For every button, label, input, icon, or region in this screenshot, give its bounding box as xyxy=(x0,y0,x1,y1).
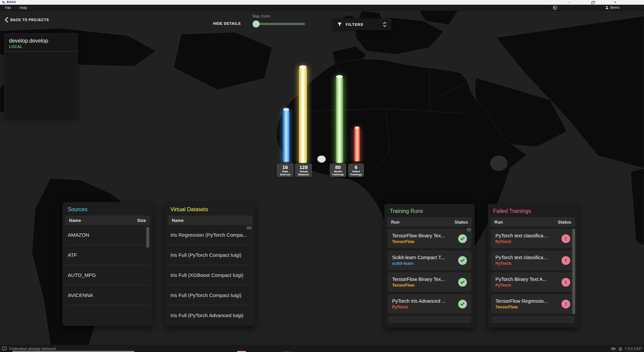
stat-value: 80 xyxy=(330,165,346,170)
training-run-row[interactable]: TensorFlow Binary Tex... TensorFlow xyxy=(388,229,471,248)
source-row-partial xyxy=(65,305,150,323)
training-run-row[interactable]: Scikit-learn Compact T... scikit-learn xyxy=(388,251,471,270)
run-framework: PyTorch xyxy=(495,239,561,244)
failed-trainings-panel: Failed Trainings Run Status PyTorch text… xyxy=(488,204,578,328)
chevron-left-icon xyxy=(5,17,8,22)
bug-icon[interactable] xyxy=(619,347,622,351)
sources-title: Sources xyxy=(62,202,153,216)
failed-training-row[interactable]: PyTorch Binary Text A... PyTorch ! xyxy=(491,273,575,292)
menu-file[interactable]: File xyxy=(3,5,13,10)
svg-text:!: ! xyxy=(4,347,5,349)
hide-details-button[interactable]: HIDE DETAILS xyxy=(213,21,241,25)
dataset-row[interactable]: Iris Full (PyTorch Compact luigi) xyxy=(168,285,253,305)
run-framework: TensorFlow xyxy=(392,239,458,244)
status-failed-icon: ! xyxy=(561,234,570,243)
column-size: Size xyxy=(137,218,146,223)
restore-button[interactable] xyxy=(587,0,597,5)
run-framework: scikit-learn xyxy=(392,261,458,266)
run-name: PyTorch Iris Advanced ... xyxy=(392,298,458,304)
dataset-row[interactable]: Iris Regression (PyTorch Compa... xyxy=(168,225,253,245)
stat-label: Virtual xyxy=(296,170,312,173)
map-zoom-slider-thumb[interactable] xyxy=(253,20,260,27)
status-success-icon xyxy=(458,300,467,308)
bar-data-sources xyxy=(283,109,289,162)
stat-badge-data-sources: 16 Data Sources xyxy=(277,164,293,177)
source-name: AMAZON xyxy=(68,232,135,238)
stat-badge-model-trainings: 80 Model Trainings xyxy=(330,164,346,177)
status-failed-icon: ! xyxy=(561,300,570,308)
app-logo-icon xyxy=(2,1,5,4)
column-name: Name xyxy=(69,218,81,223)
virtual-datasets-column-header: Name xyxy=(168,216,253,225)
menu-bar: File Help demo xyxy=(0,5,644,11)
dataset-name: Iris Regression (PyTorch Compa... xyxy=(170,232,251,238)
run-name: TensorFlow Binary Tex... xyxy=(392,277,458,282)
training-run-row[interactable]: TensorFlow Binary Tex... TensorFlow xyxy=(388,273,471,292)
virtual-datasets-list: Iris Regression (PyTorch Compa... Iris F… xyxy=(168,225,253,323)
run-framework: TensorFlow xyxy=(392,283,458,288)
stat-label: Trainings xyxy=(348,173,364,176)
sources-panel: Sources Name Size AMAZON ATF AUTO_MPG xyxy=(62,202,153,326)
bar-model-trainings xyxy=(336,76,343,163)
filters-dropdown[interactable]: FILTERS xyxy=(333,18,391,30)
training-run-row[interactable]: PyTorch Iris Advanced ... PyTorch xyxy=(388,294,471,313)
window-title: BOSS xyxy=(7,0,16,4)
status-message: Federation already retrieved xyxy=(9,347,56,351)
stat-label: Data xyxy=(277,170,293,173)
source-row[interactable]: AUTO_MPG xyxy=(65,265,150,285)
dataset-name: Iris Full (PyTorch Compact luigi) xyxy=(170,292,251,298)
training-runs-column-header: Run Status xyxy=(387,217,472,227)
failed-trainings-list: PyTorch text classifica... PyTorch ! PyT… xyxy=(490,227,575,325)
source-name: AVICENNA xyxy=(68,292,135,298)
source-name: AUTO_MPG xyxy=(68,272,135,278)
app-window: BOSS – ✕ File Help demo xyxy=(0,0,644,352)
dataset-row[interactable]: Iris Full (XGBoost Compact luigi) xyxy=(168,265,253,285)
eye-icon[interactable] xyxy=(610,347,616,351)
dataset-row[interactable]: Iris Full (PyTorch Advanced luigi) xyxy=(168,305,253,323)
menu-help[interactable]: Help xyxy=(17,5,29,10)
close-button[interactable]: ✕ xyxy=(610,0,620,5)
run-name: Scikit-learn Compact T... xyxy=(392,255,458,260)
stat-label: Model xyxy=(330,170,346,173)
stat-value: 16 xyxy=(277,165,293,170)
sources-list: AMAZON ATF AUTO_MPG AVICENNA xyxy=(65,225,150,323)
minimize-button[interactable]: – xyxy=(564,0,574,5)
column-run: Run xyxy=(391,220,399,225)
failed-training-row[interactable]: PyTorch text classifica... PyTorch ! xyxy=(491,229,575,248)
dataset-row[interactable]: Iris Full (PyTorch Compact luigi) xyxy=(168,245,253,265)
column-name: Name xyxy=(172,218,183,223)
stat-value: 6 xyxy=(348,165,364,170)
training-runs-title: Training Runs xyxy=(384,204,475,217)
map-location-marker xyxy=(317,156,326,163)
bar-virtual-datasets xyxy=(299,66,307,163)
run-name: TensorFlow Binary Tex... xyxy=(392,233,458,238)
map-zoom-slider-track[interactable] xyxy=(253,23,305,25)
source-row[interactable]: ATF xyxy=(65,245,150,265)
project-card[interactable]: develop.develop LOCAL xyxy=(4,34,78,117)
failed-trainings-column-header: Run Status xyxy=(490,217,575,227)
back-to-projects-button[interactable]: BACK TO PROJECTS xyxy=(5,17,49,22)
run-name: PyTorch text classifica... xyxy=(495,233,561,238)
scrollbar-thumb[interactable] xyxy=(572,229,575,314)
run-framework: TensorFlow xyxy=(495,305,561,309)
map-zoom-label: Map Zoom xyxy=(253,14,270,18)
stat-value: 128 xyxy=(296,165,312,170)
source-row[interactable]: AMAZON xyxy=(65,225,150,245)
app-version: 7.0.0.1437 xyxy=(625,347,642,351)
run-name: PyTorch text classifica... xyxy=(495,255,561,260)
source-row[interactable]: AVICENNA xyxy=(65,285,150,305)
window-titlebar: BOSS – ✕ xyxy=(0,0,644,5)
lake-shape xyxy=(490,156,507,171)
scrollbar-thumb[interactable] xyxy=(146,227,149,248)
failed-training-row[interactable]: TensorFlow Regressio... TensorFlow ! xyxy=(491,294,575,313)
run-framework: PyTorch xyxy=(495,261,561,266)
scrollbar-thumb[interactable] xyxy=(247,226,252,229)
status-failed-icon: ! xyxy=(561,256,570,265)
failed-trainings-title: Failed Trainings xyxy=(488,204,578,217)
stat-badge-virtual-datasets: 128 Virtual Datasets xyxy=(295,164,312,177)
user-menu[interactable]: demo xyxy=(605,5,620,9)
failed-training-row[interactable]: PyTorch text classifica... PyTorch ! xyxy=(491,251,575,270)
status-success-icon xyxy=(458,234,467,243)
broadcast-icon[interactable] xyxy=(553,5,557,10)
scrollbar-thumb[interactable] xyxy=(467,228,471,231)
